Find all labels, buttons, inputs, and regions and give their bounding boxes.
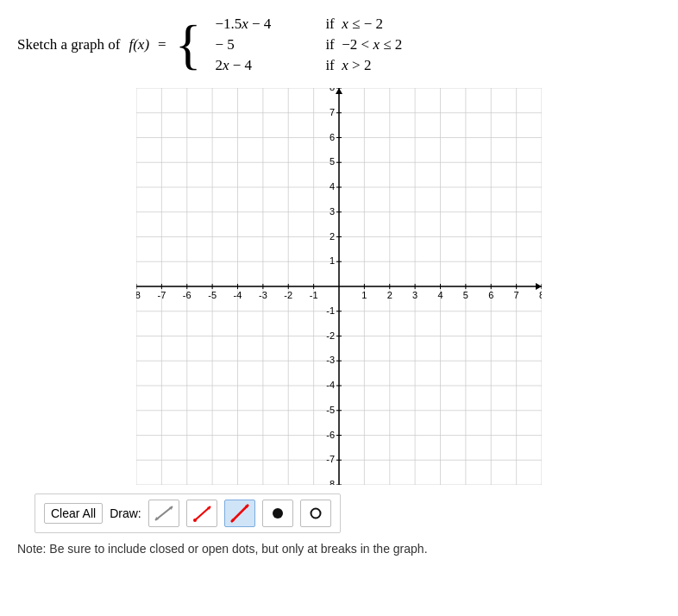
filled-dot-icon	[267, 503, 288, 524]
tool-filled-dot[interactable]	[262, 500, 293, 527]
problem-prefix: Sketch a graph of	[17, 36, 120, 53]
tool-line-segment[interactable]	[148, 500, 179, 527]
svg-line-6	[231, 505, 248, 522]
tool-line-full[interactable]	[224, 500, 255, 527]
line-full-icon	[229, 503, 250, 524]
piecewise-brace: {	[175, 17, 202, 72]
note-text: Note: Be sure to include closed or open …	[17, 542, 661, 556]
case-cond-3: if x > 2	[325, 57, 455, 74]
case-cond-1: if x ≤ − 2	[325, 16, 455, 33]
svg-line-0	[155, 506, 173, 520]
clear-all-button[interactable]: Clear All	[44, 503, 103, 524]
tool-line-ray[interactable]	[186, 500, 217, 527]
open-dot-icon	[305, 503, 326, 524]
function-label: f(x)	[129, 36, 149, 53]
case-cond-2: if −2 < x ≤ 2	[325, 36, 455, 53]
line-ray-icon	[191, 503, 212, 524]
case-expr-3: 2x − 4	[215, 57, 310, 74]
case-expr-2: − 5	[215, 36, 310, 53]
case-row-3: 2x − 4 if x > 2	[215, 57, 455, 74]
problem-statement: Sketch a graph of f(x) = { −1.5x − 4 if …	[17, 16, 661, 74]
graph-wrapper	[17, 88, 661, 485]
case-row-1: −1.5x − 4 if x ≤ − 2	[215, 16, 455, 33]
tool-open-dot[interactable]	[300, 500, 331, 527]
graph-canvas[interactable]	[136, 88, 542, 485]
svg-point-9	[273, 508, 283, 519]
case-row-2: − 5 if −2 < x ≤ 2	[215, 36, 455, 53]
equals-sign: =	[158, 36, 166, 53]
line-segment-icon	[154, 503, 174, 524]
draw-label: Draw:	[110, 506, 141, 520]
svg-point-5	[193, 519, 197, 522]
case-expr-1: −1.5x − 4	[215, 16, 310, 33]
toolbar: Clear All Draw:	[35, 493, 341, 533]
svg-line-3	[195, 506, 210, 520]
graph-area[interactable]	[136, 88, 542, 485]
svg-point-10	[311, 509, 320, 519]
piecewise-cases: −1.5x − 4 if x ≤ − 2 − 5 if −2 < x ≤ 2 2…	[215, 16, 455, 74]
